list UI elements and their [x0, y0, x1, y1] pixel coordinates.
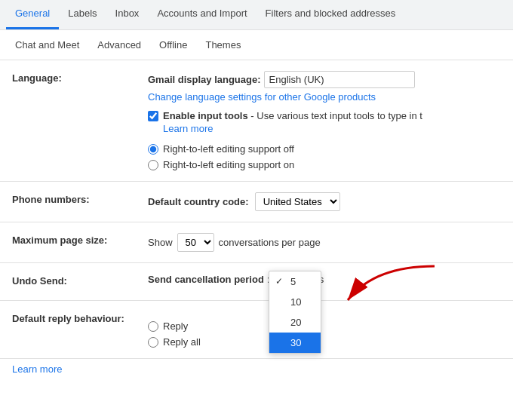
enable-input-tools-label: Enable input tools - Use various text in… [163, 110, 422, 121]
country-code-select[interactable]: United States [255, 192, 340, 211]
tab-filters[interactable]: Filters and blocked addresses [256, 0, 405, 29]
rtl-on-label: Right-to-left editing support on [163, 159, 294, 170]
undo-send-label: Undo Send: [12, 274, 148, 287]
reply-radio-row: Reply [148, 320, 501, 332]
phone-label: Phone numbers: [12, 192, 148, 205]
tab-general[interactable]: General [6, 0, 59, 29]
dropdown-item-10[interactable]: 10 [269, 292, 321, 312]
reply-all-label: Reply all [163, 336, 201, 348]
undo-send-row: Undo Send: Send cancellation period : ✓ … [0, 263, 513, 301]
enable-input-tools-checkbox[interactable] [148, 111, 158, 121]
reply-all-radio[interactable] [148, 337, 158, 348]
conversations-per-page: conversations per page [219, 237, 321, 248]
learn-more-input-tools[interactable]: Learn more [163, 123, 213, 134]
phone-control: Default country code: United States [148, 192, 501, 211]
rtl-off-row: Right-to-left editing support off [148, 143, 501, 155]
tab-offline[interactable]: Offline [150, 33, 196, 57]
page-size-row: Maximum page size: Show 50 conversations… [0, 222, 513, 263]
page-size-select[interactable]: 50 [177, 233, 214, 252]
reply-label: Reply [163, 320, 188, 332]
page-size-label: Maximum page size: [12, 233, 148, 246]
learn-more-section: Learn more [0, 359, 513, 379]
country-code-label: Default country code: [148, 196, 249, 207]
undo-send-dropdown: 5 10 20 30 [269, 271, 321, 354]
default-reply-label: Default reply behaviour: [12, 311, 148, 324]
phone-row: Phone numbers: Default country code: Uni… [0, 182, 513, 222]
dropdown-item-5[interactable]: 5 [269, 271, 321, 292]
tab-inbox[interactable]: Inbox [106, 0, 149, 29]
nav-tabs-secondary: Chat and Meet Advanced Offline Themes [0, 30, 513, 60]
rtl-off-label: Right-to-left editing support off [163, 143, 294, 155]
nav-tabs-primary: General Labels Inbox Accounts and Import… [0, 0, 513, 30]
tab-themes[interactable]: Themes [196, 33, 250, 57]
display-language-label: Gmail display language: [148, 74, 261, 85]
language-row: Language: Gmail display language: Change… [0, 60, 513, 182]
undo-send-control: Send cancellation period : ✓ 5 econds 5 … [148, 274, 501, 285]
tab-accounts-import[interactable]: Accounts and Import [148, 0, 256, 29]
rtl-on-row: Right-to-left editing support on [148, 159, 501, 170]
rtl-off-radio[interactable] [148, 144, 158, 155]
tab-advanced[interactable]: Advanced [88, 33, 150, 57]
learn-more-link[interactable]: Learn more [12, 363, 62, 375]
enable-input-tools-suffix: - Use various text input tools to type i… [250, 110, 422, 121]
dropdown-item-30[interactable]: 30 [269, 333, 321, 353]
rtl-on-radio[interactable] [148, 160, 158, 170]
reply-all-radio-row: Reply all [148, 336, 501, 348]
language-control: Gmail display language: Change language … [148, 71, 501, 170]
dropdown-item-20[interactable]: 20 [269, 312, 321, 333]
change-language-link[interactable]: Change language settings for other Googl… [148, 91, 376, 103]
default-reply-row: Default reply behaviour: Reply Reply all [0, 301, 513, 359]
send-cancellation-label: Send cancellation period [148, 274, 264, 285]
language-label: Language: [12, 71, 148, 84]
language-input[interactable] [264, 71, 415, 88]
page-size-control: Show 50 conversations per page [148, 233, 501, 252]
settings-content: Language: Gmail display language: Change… [0, 60, 513, 379]
tab-labels[interactable]: Labels [59, 0, 106, 29]
default-reply-control: Reply Reply all [148, 311, 501, 348]
tab-chat-meet[interactable]: Chat and Meet [6, 33, 88, 57]
show-label: Show [148, 237, 173, 248]
reply-radio[interactable] [148, 321, 158, 332]
